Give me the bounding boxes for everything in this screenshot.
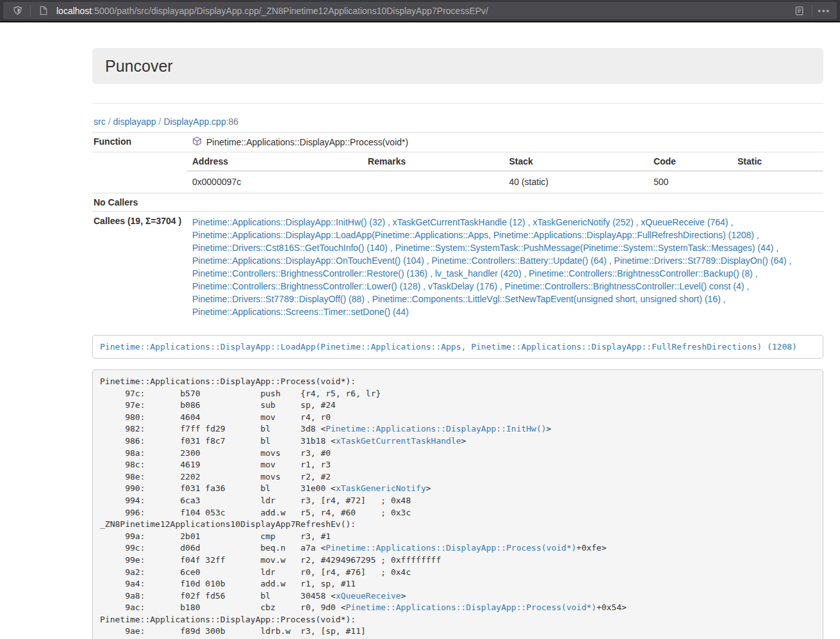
code-value: 500: [648, 171, 732, 193]
callee-separator: ,: [525, 217, 533, 227]
url-path: :5000/path/src/displayapp/DisplayApp.cpp…: [92, 6, 488, 16]
reader-mode-icon[interactable]: [791, 3, 807, 19]
callee-separator: ,: [427, 268, 435, 279]
callees-list: Pinetime::Applications::DisplayApp::Init…: [187, 212, 823, 323]
code-symbol-link[interactable]: Pinetime::Applications::DisplayApp::Proc…: [325, 543, 576, 553]
callee-link[interactable]: Pinetime::Controllers::BrightnessControl…: [505, 281, 744, 291]
breadcrumb-separator: /: [106, 117, 113, 127]
remarks-value: [363, 171, 504, 193]
callee-separator: ,: [787, 255, 792, 266]
callee-link[interactable]: Pinetime::Controllers::Battery::Update()…: [432, 255, 607, 266]
breadcrumb-displayapp-link[interactable]: displayapp: [113, 117, 156, 127]
code-symbol-link[interactable]: xQueueReceive: [336, 591, 401, 601]
callee-separator: ,: [388, 243, 395, 253]
callee-separator: ,: [385, 217, 393, 227]
code-symbol-link[interactable]: xTaskGenericNotify: [336, 483, 426, 493]
breadcrumb-line-number: :86: [226, 117, 238, 127]
callee-link[interactable]: vTaskDelay (176): [428, 281, 497, 291]
callee-link[interactable]: Pinetime::Drivers::St7789::DisplayOff() …: [192, 294, 365, 304]
stats-row: Address Remarks Stack Code Static 0x0000…: [92, 152, 823, 193]
no-callers-row: No Callers: [92, 193, 823, 212]
callee-separator: ,: [365, 294, 372, 304]
stats-values-row: 0x0000097c 40 (static) 500: [187, 171, 823, 193]
app-header: Puncover: [92, 48, 823, 84]
callee-separator: ,: [607, 255, 614, 266]
breadcrumb-separator: /: [156, 117, 164, 127]
callee-separator: ,: [634, 217, 641, 227]
page-icon[interactable]: [36, 3, 51, 19]
static-value: [732, 171, 823, 193]
stats-table: Address Remarks Stack Code Static 0x0000…: [187, 152, 823, 193]
col-remarks: Remarks: [363, 152, 504, 171]
url-host: localhost: [56, 6, 92, 16]
callee-separator: ,: [522, 268, 529, 279]
col-address: Address: [187, 152, 363, 171]
highlighted-callee-link[interactable]: Pinetime::Applications::DisplayApp::Load…: [100, 342, 797, 352]
breadcrumb-src-link[interactable]: src: [94, 117, 106, 127]
callees-row: Callees (19, Σ=3704 ) Pinetime::Applicat…: [92, 212, 823, 323]
highlighted-callee-box: Pinetime::Applications::DisplayApp::Load…: [92, 335, 823, 359]
callee-separator: ,: [754, 230, 759, 240]
callee-link[interactable]: Pinetime::Controllers::BrightnessControl…: [192, 281, 420, 291]
callee-separator: ,: [424, 255, 432, 266]
breadcrumb-file-link[interactable]: DisplayApp.cpp: [163, 117, 226, 127]
code-symbol-link[interactable]: xTaskGetCurrentTaskHandle: [336, 436, 461, 446]
col-code: Code: [648, 152, 732, 171]
toolbar-divider: [812, 5, 812, 17]
callee-separator: ,: [773, 243, 778, 253]
toolbar-divider: [30, 5, 31, 17]
code-symbol-link[interactable]: Pinetime::Applications::DisplayApp::Init…: [325, 424, 546, 433]
url-bar[interactable]: localhost:5000/path/src/displayapp/Displ…: [3, 2, 837, 19]
callee-separator: ,: [420, 281, 428, 291]
shield-icon[interactable]: [10, 3, 25, 19]
callees-label: Callees (19, Σ=3704 ): [92, 212, 187, 323]
function-name: Pinetime::Applications::DisplayApp::Proc…: [206, 137, 408, 147]
callee-separator: ,: [728, 217, 733, 227]
callee-separator: ,: [721, 294, 726, 304]
callee-link[interactable]: xTaskGetCurrentTaskHandle (12): [393, 217, 525, 227]
callee-link[interactable]: Pinetime::Applications::DisplayApp::OnTo…: [192, 255, 424, 266]
callee-link[interactable]: Pinetime::Components::LittleVgl::SetNewT…: [372, 294, 721, 304]
callee-link[interactable]: Pinetime::Controllers::BrightnessControl…: [192, 268, 427, 279]
callee-link[interactable]: Pinetime::Drivers::Cst816S::GetTouchInfo…: [192, 243, 388, 253]
code-symbol-link[interactable]: Pinetime::Applications::DisplayApp::Proc…: [346, 603, 597, 612]
callee-link[interactable]: Pinetime::System::SystemTask::PushMessag…: [395, 243, 774, 253]
callee-link[interactable]: Pinetime::Controllers::BrightnessControl…: [529, 268, 752, 279]
callee-link[interactable]: lv_task_handler (420): [435, 268, 522, 279]
callee-separator: ,: [497, 281, 505, 291]
function-label: Function: [92, 133, 187, 152]
callee-link[interactable]: xQueueReceive (764): [641, 217, 728, 227]
function-cube-icon: [192, 136, 202, 148]
page-title: Puncover: [105, 58, 811, 74]
callee-link[interactable]: Pinetime::Applications::DisplayApp::Load…: [192, 230, 754, 240]
callee-link[interactable]: Pinetime::Applications::Screens::Timer::…: [192, 307, 409, 317]
function-row: Function Pinetime::Applications::Display…: [92, 133, 823, 152]
page-container: Puncover src/displayapp/DisplayApp.cpp:8…: [92, 48, 823, 639]
col-static: Static: [732, 152, 823, 171]
callee-separator: ,: [753, 268, 758, 279]
breadcrumb: src/displayapp/DisplayApp.cpp:86: [94, 117, 823, 127]
url-text[interactable]: localhost:5000/path/src/displayapp/Displ…: [56, 6, 786, 16]
address-value: 0x0000097c: [187, 171, 363, 193]
col-stack: Stack: [504, 152, 648, 171]
stack-value: 40 (static): [504, 171, 648, 193]
callee-link[interactable]: xTaskGenericNotify (252): [532, 217, 633, 227]
callee-separator: ,: [744, 281, 749, 291]
callee-link[interactable]: Pinetime::Drivers::St7789::DisplayOn() (…: [614, 255, 786, 266]
no-callers-label: No Callers: [92, 193, 187, 212]
callee-link[interactable]: Pinetime::Applications::DisplayApp::Init…: [192, 217, 385, 227]
function-table: Function Pinetime::Applications::Display…: [92, 132, 823, 322]
browser-toolbar: localhost:5000/path/src/displayapp/Displ…: [0, 0, 840, 22]
divider: [92, 103, 823, 104]
page-actions-menu-icon[interactable]: •••: [818, 6, 830, 15]
disassembly: Pinetime::Applications::DisplayApp::Proc…: [92, 369, 823, 639]
